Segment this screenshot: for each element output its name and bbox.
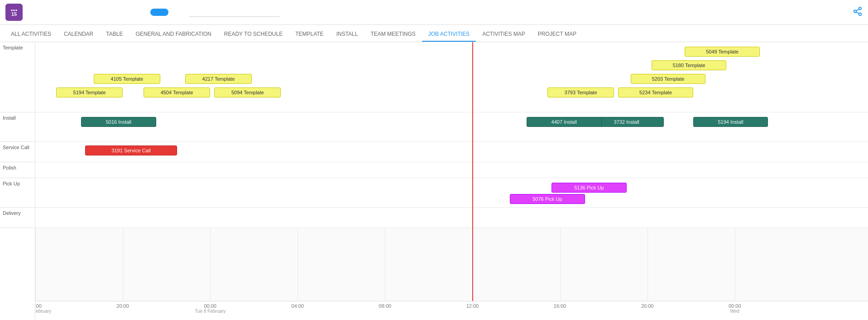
timeline-container: 5194 Template4105 Template4504 Template4… [35,42,868,320]
row-label-delivery: Delivery [0,208,35,228]
search-input[interactable] [189,8,280,17]
row-label-install: Install [0,112,35,142]
nav-tab-job-activities[interactable]: JOB ACTIVITIES [422,27,476,42]
nav-tab-table[interactable]: TABLE [100,27,129,42]
activity-bar[interactable]: 4217 Template [185,74,252,84]
activity-bar[interactable]: 4105 Template [94,74,160,84]
time-tick: 16:00 [554,303,566,309]
nav-tab-template[interactable]: TEMPLATE [289,27,330,42]
activity-bar[interactable]: 5094 Template [214,87,281,97]
time-tick: 08:00 [379,303,392,309]
time-tick: 16:00Mon 7 February [35,303,51,314]
activity-bar[interactable]: 4407 Install [527,117,602,127]
add-meeting-button[interactable] [150,9,168,16]
svg-line-7 [856,9,859,10]
calendar-area: TemplateInstallService CallPolishPick Up… [0,42,868,320]
time-tick: 00:00Tue 8 February [195,303,225,314]
svg-point-5 [859,13,862,15]
activity-bar[interactable]: 5180 Template [652,60,727,70]
activity-bar[interactable]: 5016 Install [81,117,156,127]
activity-bar[interactable]: 3793 Template [547,87,614,97]
activity-bar[interactable]: 3191 Service Call [85,145,177,155]
activity-bar[interactable]: 4504 Template [144,87,210,97]
svg-point-4 [854,10,857,13]
time-tick: 00:00Wed [729,303,741,314]
nav-tab-general-fabrication[interactable]: GENERAL AND FABRICATION [129,27,217,42]
nav-tab-all-activities[interactable]: ALL ACTIVITIES [5,27,58,42]
sharing-icon [853,6,863,19]
activity-bar[interactable]: 5136 Pick Up [551,183,627,193]
nav-tab-team-meetings[interactable]: TEAM MEETINGS [364,27,422,42]
activity-bar[interactable]: 5076 Pick Up [510,194,585,204]
nav-tabs: ALL ACTIVITIESCALENDARTABLEGENERAL AND F… [0,25,868,42]
activity-bar[interactable]: 5194 Install [693,117,768,127]
activity-bar[interactable]: 5049 Template [685,47,760,57]
time-tick: 04:00 [292,303,304,309]
row-label-service-call: Service Call [0,142,35,162]
time-tick: 12:00 [466,303,479,309]
row-labels: TemplateInstallService CallPolishPick Up… [0,42,35,320]
activity-bar[interactable]: 5194 Template [56,87,123,97]
time-tick: 20:00 [116,303,129,309]
row-label-template: Template [0,42,35,112]
nav-tab-activities-map[interactable]: ACTIVITIES MAP [476,27,532,42]
header: ●●● 15 [0,0,868,25]
row-label-polish: Polish [0,162,35,178]
svg-text:15: 15 [11,11,17,17]
gantt-row-delivery [35,208,868,228]
nav-tab-calendar[interactable]: CALENDAR [58,27,100,42]
activity-bar[interactable]: 5234 Template [618,87,693,97]
nav-tab-ready-to-schedule[interactable]: READY TO SCHEDULE [218,27,289,42]
nav-tab-project-map[interactable]: PROJECT MAP [532,27,583,42]
nav-tab-install[interactable]: INSTALL [330,27,364,42]
sharing-area[interactable] [853,6,863,19]
gantt-rows: 5194 Template4105 Template4504 Template4… [35,42,868,301]
gantt-row-polish [35,162,868,178]
svg-line-6 [856,12,859,14]
svg-point-3 [859,7,862,10]
gantt-row-pick-up [35,178,868,208]
time-axis: 16:00Mon 7 February20:0000:00Tue 8 Febru… [35,301,868,320]
search-area [187,8,834,17]
time-tick: 20:00 [641,303,654,309]
logo-area: ●●● 15 [5,4,105,21]
logo-icon: ●●● 15 [5,4,23,21]
activity-bar[interactable]: 5203 Template [631,74,706,84]
row-label-pick-up: Pick Up [0,178,35,208]
